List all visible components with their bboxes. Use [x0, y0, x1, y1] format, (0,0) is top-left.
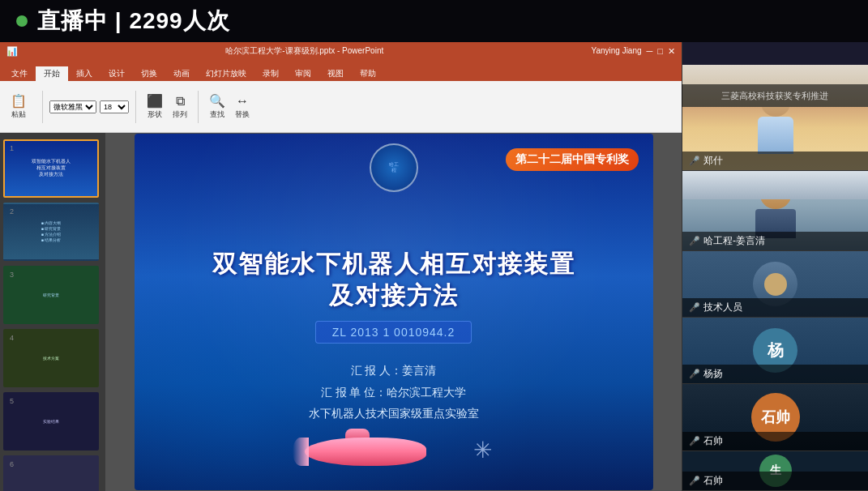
slide-title-main: 双智能水下机器人相互对接装置 及对接方法	[212, 248, 575, 311]
font-size-select[interactable]: 18	[100, 100, 129, 113]
shapes-icon: ⬛	[147, 93, 163, 109]
top-right-watermark: 三菱高校科技获奖专利推进	[682, 84, 868, 107]
participant-name-p5: 石帅	[703, 434, 723, 448]
slide-number-3: 3	[10, 271, 14, 279]
ribbon-font-group: 微软雅黑 18	[49, 100, 129, 113]
slide-number-1: 1	[10, 144, 14, 152]
mic-icon-p1: 🎤	[689, 156, 700, 166]
ppt-area: 📊 哈尔滨工程大学-课赛级别.pptx - PowerPoint Yanying…	[0, 42, 682, 491]
mic-icon-p2: 🎤	[689, 236, 700, 246]
ribbon-paste-group: 📋 粘贴	[6, 91, 31, 122]
reporter-name: 汇 报 人：姜言清	[309, 360, 479, 382]
find-button[interactable]: 🔍 查找	[205, 91, 229, 122]
slide-panel[interactable]: 双智能水下机器人相互对接装置及对接方法 1 ■ 内容大纲■ 研究背景■ 方法介绍…	[0, 133, 105, 491]
participant-name-p2: 哈工程-姜言清	[703, 234, 765, 248]
paste-button[interactable]: 📋 粘贴	[6, 91, 31, 122]
slide-number-4: 4	[10, 334, 14, 342]
slide-thumb-4[interactable]: 技术方案 4	[3, 329, 99, 387]
ribbon-tab-file[interactable]: 文件	[3, 66, 36, 81]
ppt-workspace: 双智能水下机器人相互对接装置及对接方法 1 ■ 内容大纲■ 研究背景■ 方法介绍…	[0, 133, 682, 491]
slide-thumb-3[interactable]: 研究背景 3	[3, 266, 99, 324]
ribbon-tab-home[interactable]: 开始	[36, 66, 68, 81]
font-family-select[interactable]: 微软雅黑	[49, 100, 96, 113]
slide-content: 哈工程 第二十二届中国专利奖 双智能水下机器人相互对接装置 及对接方法	[135, 134, 653, 490]
main-layout: 📊 哈尔滨工程大学-课赛级别.pptx - PowerPoint Yanying…	[0, 42, 868, 491]
slide-reporter: 汇 报 人：姜言清 汇 报 单 位：哈尔滨工程大学 水下机器人技术国家级重点实验…	[309, 360, 479, 425]
ppt-title-text: 哈尔滨工程大学-课赛级别.pptx - PowerPoint	[225, 45, 383, 57]
participant-name-p3: 技术人员	[703, 301, 742, 314]
ribbon-divider-1	[42, 91, 43, 123]
participant-card-p4[interactable]: 杨 🎤 杨扬	[682, 318, 868, 384]
participant-card-p3[interactable]: 🎤 技术人员	[682, 251, 868, 318]
slide-number-6: 6	[10, 460, 14, 468]
reporter-unit: 汇 报 单 位：哈尔滨工程大学	[309, 382, 479, 403]
ribbon-tab-design[interactable]: 设计	[100, 66, 133, 81]
slide-thumb-6[interactable]: 6	[3, 455, 99, 491]
find-icon: 🔍	[209, 93, 225, 109]
university-logo: 哈工程	[370, 143, 418, 192]
ribbon: 文件 开始 插入 设计 切换 动画 幻灯片放映 录制 审阅 视图 帮助 📋 粘贴	[0, 60, 682, 133]
ribbon-tab-animation[interactable]: 动画	[165, 66, 198, 81]
slide-thumb-2[interactable]: ■ 内容大纲■ 研究背景■ 方法介绍■ 结果分析 2	[3, 203, 99, 261]
ribbon-tab-review[interactable]: 审阅	[287, 66, 319, 81]
slide-thumb-1[interactable]: 双智能水下机器人相互对接装置及对接方法 1	[3, 139, 99, 198]
mic-icon-p6: 🎤	[689, 476, 700, 486]
slide-thumb-5[interactable]: 实验结果 5	[3, 392, 99, 450]
main-slide[interactable]: 哈工程 第二十二届中国专利奖 双智能水下机器人相互对接装置 及对接方法	[105, 133, 682, 491]
minimize-button[interactable]: ─	[647, 46, 653, 57]
ribbon-tab-insert[interactable]: 插入	[68, 66, 100, 81]
participant-card-p2[interactable]: 🎤 哈工程-姜言清	[682, 171, 868, 251]
participant-card-p5[interactable]: 石帅 🎤 石帅	[682, 384, 868, 450]
sub-nose	[293, 438, 309, 466]
slide-patent-text: ZL 2013 1 0010944.2	[332, 326, 455, 339]
ribbon-tab-record[interactable]: 录制	[254, 66, 287, 81]
font-selector: 微软雅黑 18	[49, 100, 129, 113]
participant-name-bar-p3: 🎤 技术人员	[682, 298, 868, 317]
top-bar: 直播中 | 2299人次	[0, 0, 868, 42]
participant-name-bar-p4: 🎤 杨扬	[682, 365, 868, 383]
live-status-text: 直播中 | 2299人次	[37, 6, 230, 36]
participant-name-bar-p2: 🎤 哈工程-姜言清	[682, 232, 868, 250]
participant-name-p4: 杨扬	[703, 367, 723, 381]
mic-icon-p4: 🎤	[689, 369, 700, 379]
ribbon-divider-3	[198, 91, 199, 123]
arrange-button[interactable]: ⧉ 排列	[169, 92, 191, 122]
shapes-button[interactable]: ⬛ 形状	[143, 91, 167, 122]
sub-main-body	[305, 438, 426, 466]
replace-button[interactable]: ↔ 替换	[231, 92, 254, 122]
participant-name-bar-p6: 🎤 石帅	[682, 472, 868, 490]
slide-number-2: 2	[10, 207, 14, 216]
restore-button[interactable]: □	[657, 46, 663, 57]
ribbon-divider-2	[135, 91, 136, 123]
ppt-title-bar: 📊 哈尔滨工程大学-课赛级别.pptx - PowerPoint Yanying…	[0, 42, 682, 60]
mic-icon-p5: 🎤	[689, 436, 700, 446]
slide-title: 双智能水下机器人相互对接装置 及对接方法	[212, 248, 575, 311]
participant-name-bar-p5: 🎤 石帅	[682, 432, 868, 450]
participant-name-p6: 石帅	[703, 474, 723, 488]
paste-icon: 📋	[11, 93, 27, 109]
slide-patent: ZL 2013 1 0010944.2	[315, 321, 472, 344]
right-panel: 三菱高校科技获奖专利推进 🎤 郑什	[682, 42, 868, 491]
slide-logo: 哈工程	[370, 143, 418, 192]
ribbon-tab-view[interactable]: 视图	[319, 66, 352, 81]
slide-number-5: 5	[10, 397, 14, 405]
participant-card-p1[interactable]: 🎤 郑什	[682, 65, 868, 171]
ribbon-tab-help[interactable]: 帮助	[352, 66, 384, 81]
replace-icon: ↔	[236, 94, 249, 109]
propeller-icon: ✳	[467, 433, 499, 466]
submarine-illustration	[289, 425, 451, 474]
slide-submarine: ✳	[289, 425, 499, 474]
mic-icon-p3: 🎤	[689, 302, 700, 313]
watermark-text: 三菱高校科技获奖专利推进	[721, 90, 828, 102]
arrange-icon: ⧉	[176, 94, 185, 109]
live-indicator-dot	[16, 15, 28, 27]
participant-name-bar-p1: 🎤 郑什	[682, 152, 868, 170]
ribbon-tab-slideshow[interactable]: 幻灯片放映	[198, 66, 254, 81]
ribbon-draw-group: ⬛ 形状 ⧉ 排列	[143, 91, 191, 122]
ppt-user-name: Yanying Jiang	[591, 46, 641, 57]
ribbon-tab-transition[interactable]: 切换	[133, 66, 165, 81]
participant-name-p1: 郑什	[703, 154, 723, 168]
close-button[interactable]: ✕	[668, 46, 675, 57]
ribbon-tabs: 文件 开始 插入 设计 切换 动画 幻灯片放映 录制 审阅 视图 帮助	[0, 60, 682, 81]
participant-card-p6[interactable]: 生 🎤 石帅	[682, 451, 868, 491]
